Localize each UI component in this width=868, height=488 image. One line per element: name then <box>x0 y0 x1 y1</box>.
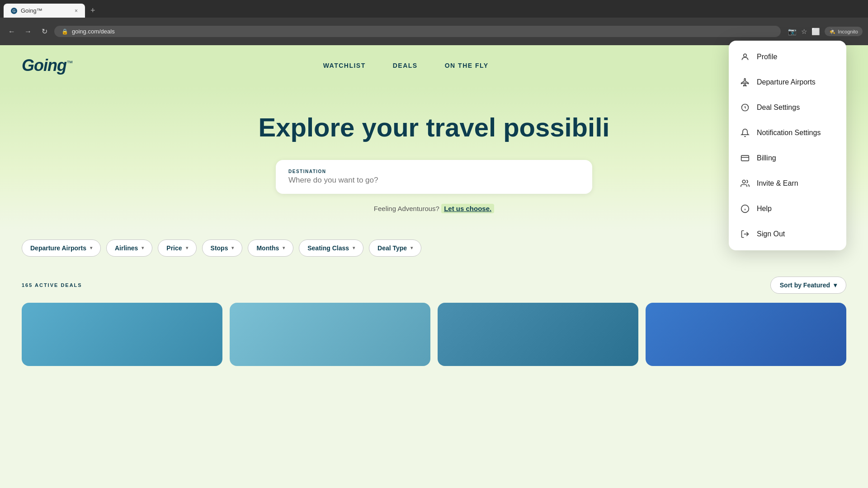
profile-label: Profile <box>757 53 777 61</box>
reload-btn[interactable]: ↻ <box>38 25 51 38</box>
tab-title: Going™ <box>21 7 42 14</box>
invite-earn-icon <box>740 178 750 189</box>
lock-icon: 🔒 <box>61 28 68 35</box>
adventurous-text: Feeling Adventurous? Let us choose. <box>22 205 846 212</box>
incognito-label: Incognito <box>838 29 858 34</box>
seating-class-chevron: ▾ <box>353 245 355 250</box>
deal-type-chevron: ▾ <box>410 245 413 250</box>
browser-chrome: G Going™ × + ← → ↻ 🔒 going.com/deals 📷 ☆… <box>0 0 868 45</box>
dropdown-item-billing[interactable]: Billing <box>729 145 846 171</box>
filter-months[interactable]: Months ▾ <box>248 239 293 257</box>
deals-section: 165 ACTIVE DEALS Sort by Featured ▾ <box>0 266 868 377</box>
price-label: Price <box>166 244 182 252</box>
let-us-choose-link[interactable]: Let us choose. <box>441 204 494 213</box>
deal-card-2[interactable] <box>230 303 430 366</box>
hero-title: Explore your travel possibili <box>22 113 846 142</box>
browser-tabs: G Going™ × + <box>0 0 868 18</box>
site-logo[interactable]: Going™ <box>22 56 72 75</box>
active-tab[interactable]: G Going™ × <box>4 4 85 18</box>
incognito-icon: 🕵 <box>829 28 835 34</box>
nav-watchlist[interactable]: WATCHLIST <box>323 62 366 69</box>
svg-point-4 <box>742 180 745 183</box>
camera-icon[interactable]: 📷 <box>788 28 797 36</box>
seating-class-label: Seating Class <box>307 244 349 252</box>
destination-input[interactable] <box>288 176 580 185</box>
dropdown-item-invite-earn[interactable]: Invite & Earn <box>729 171 846 196</box>
device-icon[interactable]: ⬜ <box>811 28 820 36</box>
filter-airlines[interactable]: Airlines ▾ <box>106 239 152 257</box>
dropdown-item-notification-settings[interactable]: Notification Settings <box>729 120 846 145</box>
dropdown-item-deal-settings[interactable]: Deal Settings <box>729 95 846 120</box>
deal-cards <box>22 303 846 366</box>
notification-settings-icon <box>740 127 750 138</box>
price-chevron: ▾ <box>186 245 188 250</box>
svg-point-0 <box>744 54 747 57</box>
months-label: Months <box>256 244 279 252</box>
incognito-badge: 🕵 Incognito <box>825 27 863 36</box>
dropdown-item-departure-airports[interactable]: Departure Airports <box>729 70 846 95</box>
stops-chevron: ▾ <box>231 245 234 250</box>
deals-count: 165 ACTIVE DEALS <box>22 282 82 288</box>
nav-on-the-fly[interactable]: ON THE FLY <box>445 62 489 69</box>
help-icon <box>740 203 750 214</box>
deals-header: 165 ACTIVE DEALS Sort by Featured ▾ <box>22 277 846 294</box>
tab-close-btn[interactable]: × <box>75 8 78 14</box>
stops-label: Stops <box>211 244 228 252</box>
sign-out-label: Sign Out <box>757 230 785 238</box>
profile-icon <box>740 52 750 62</box>
svg-rect-2 <box>741 155 749 161</box>
filter-seating-class[interactable]: Seating Class ▾ <box>299 239 363 257</box>
deal-card-3[interactable] <box>438 303 638 366</box>
search-bar: DESTINATION <box>276 160 592 194</box>
departure-airports-chevron: ▾ <box>90 245 92 250</box>
deal-type-label: Deal Type <box>377 244 407 252</box>
sort-btn[interactable]: Sort by Featured ▾ <box>770 277 846 294</box>
bookmark-star-icon[interactable]: ☆ <box>801 28 807 36</box>
departure-airports-label: Departure Airports <box>30 244 86 252</box>
tab-favicon: G <box>11 8 17 14</box>
departure-airports-icon <box>740 77 750 88</box>
deal-settings-icon <box>740 102 750 113</box>
airlines-chevron: ▾ <box>142 245 144 250</box>
help-label: Help <box>757 205 772 213</box>
address-bar[interactable]: 🔒 going.com/deals <box>54 26 781 37</box>
dropdown-item-help[interactable]: Help <box>729 196 846 221</box>
filter-departure-airports[interactable]: Departure Airports ▾ <box>22 239 101 257</box>
billing-label: Billing <box>757 154 776 162</box>
sort-label: Sort by Featured <box>780 282 830 289</box>
airlines-label: Airlines <box>115 244 138 252</box>
notification-settings-label: Notification Settings <box>757 129 821 137</box>
back-btn[interactable]: ← <box>5 25 18 38</box>
new-tab-btn[interactable]: + <box>87 4 99 17</box>
deal-card-4[interactable] <box>646 303 846 366</box>
url-text: going.com/deals <box>72 28 115 35</box>
filter-deal-type[interactable]: Deal Type ▾ <box>369 239 421 257</box>
dropdown-item-sign-out[interactable]: Sign Out <box>729 221 846 247</box>
nav-right: 📷 ☆ ⬜ 🕵 Incognito <box>788 27 863 36</box>
filter-stops[interactable]: Stops ▾ <box>202 239 243 257</box>
departure-airports-menu-label: Departure Airports <box>757 78 816 86</box>
dropdown-item-profile[interactable]: Profile <box>729 44 846 70</box>
sign-out-icon <box>740 229 750 239</box>
billing-icon <box>740 153 750 164</box>
months-chevron: ▾ <box>283 245 285 250</box>
deal-settings-label: Deal Settings <box>757 103 800 112</box>
main-nav: WATCHLIST DEALS ON THE FLY <box>323 62 489 69</box>
nav-deals[interactable]: DEALS <box>393 62 418 69</box>
user-dropdown-menu: Profile Departure Airports Deal Settings… <box>729 41 846 250</box>
sort-chevron: ▾ <box>834 282 837 289</box>
forward-btn[interactable]: → <box>22 25 34 38</box>
filter-price[interactable]: Price ▾ <box>158 239 196 257</box>
deal-card-1[interactable] <box>22 303 222 366</box>
destination-label: DESTINATION <box>288 169 580 174</box>
invite-earn-label: Invite & Earn <box>757 179 798 188</box>
